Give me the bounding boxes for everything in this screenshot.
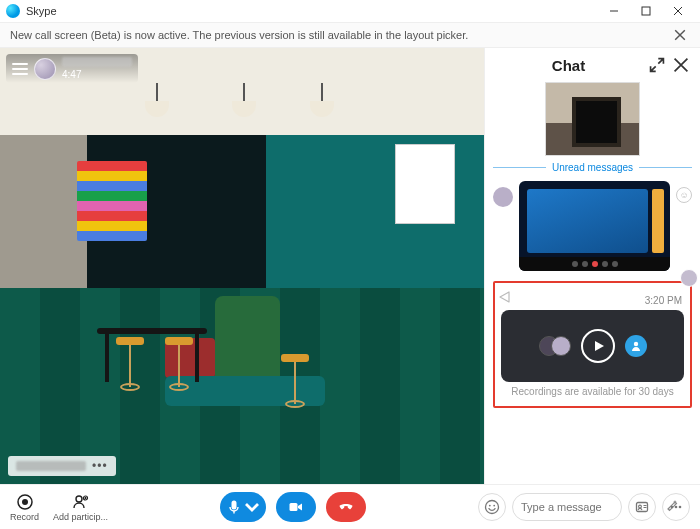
self-preview-bar: ••• bbox=[8, 456, 116, 476]
message-field[interactable] bbox=[512, 493, 622, 521]
svg-point-11 bbox=[639, 505, 642, 508]
shared-image-thumbnail[interactable] bbox=[545, 82, 640, 156]
main-area: 4:47 ••• Chat Unread messages bbox=[0, 48, 700, 484]
left-actions: Record Add particip... bbox=[10, 493, 108, 522]
record-button[interactable]: Record bbox=[10, 493, 39, 522]
recording-message-highlight: 3:20 PM Recordings are available for 30 … bbox=[493, 281, 692, 408]
play-button[interactable] bbox=[581, 329, 615, 363]
add-participant-icon bbox=[72, 493, 90, 511]
recording-owner-icon bbox=[625, 335, 647, 357]
unread-label: Unread messages bbox=[552, 162, 633, 173]
titlebar: Skype bbox=[0, 0, 700, 22]
emoji-button[interactable] bbox=[478, 493, 506, 521]
call-duration: 4:47 bbox=[62, 69, 132, 80]
svg-point-13 bbox=[675, 506, 678, 509]
composer bbox=[478, 493, 690, 521]
participant-name bbox=[62, 57, 132, 67]
contact-card-button[interactable] bbox=[628, 493, 656, 521]
svg-point-9 bbox=[493, 505, 495, 507]
add-participant-button[interactable]: Add particip... bbox=[53, 493, 108, 522]
svg-point-8 bbox=[489, 505, 491, 507]
svg-point-7 bbox=[486, 501, 499, 514]
react-button[interactable]: ☺ bbox=[676, 187, 692, 203]
chat-panel: Chat Unread messages ☺ bbox=[484, 48, 700, 484]
window-maximize-button[interactable] bbox=[630, 0, 662, 22]
video-background bbox=[0, 48, 484, 484]
expand-icon[interactable] bbox=[648, 56, 666, 74]
svg-point-12 bbox=[671, 506, 674, 509]
call-header-overlay: 4:47 bbox=[6, 54, 138, 83]
menu-icon[interactable] bbox=[12, 63, 28, 75]
recording-note: Recordings are available for 30 days bbox=[501, 386, 684, 398]
call-controls bbox=[114, 492, 472, 522]
chevron-down-icon bbox=[244, 499, 260, 515]
shared-screen-thumbnail[interactable] bbox=[519, 181, 670, 271]
svg-point-3 bbox=[22, 499, 28, 505]
recording-timestamp: 3:20 PM bbox=[645, 295, 682, 306]
end-call-button[interactable] bbox=[326, 492, 366, 522]
svg-rect-0 bbox=[642, 7, 650, 15]
self-name bbox=[16, 461, 86, 471]
app-title: Skype bbox=[26, 5, 598, 17]
window-minimize-button[interactable] bbox=[598, 0, 630, 22]
message-avatar[interactable] bbox=[493, 187, 513, 207]
svg-point-14 bbox=[679, 506, 682, 509]
banner-close-button[interactable] bbox=[670, 25, 690, 45]
svg-point-1 bbox=[633, 342, 637, 346]
unread-divider: Unread messages bbox=[493, 162, 692, 173]
svg-rect-6 bbox=[290, 503, 298, 511]
call-video: 4:47 ••• bbox=[0, 48, 484, 484]
record-icon bbox=[16, 493, 34, 511]
video-toggle-button[interactable] bbox=[276, 492, 316, 522]
svg-point-4 bbox=[76, 496, 82, 502]
bottom-bar: Record Add particip... bbox=[0, 484, 700, 529]
more-button[interactable] bbox=[662, 493, 690, 521]
chat-close-button[interactable] bbox=[672, 56, 690, 74]
recording-participants-icon bbox=[539, 336, 571, 356]
add-participant-label: Add particip... bbox=[53, 512, 108, 522]
skype-icon bbox=[6, 4, 20, 18]
recording-sender-avatar[interactable] bbox=[680, 269, 698, 287]
chat-title: Chat bbox=[495, 57, 642, 74]
recording-card[interactable] bbox=[501, 310, 684, 382]
banner-message: New call screen (Beta) is now active. Th… bbox=[10, 29, 670, 41]
chat-message: ☺ bbox=[493, 181, 692, 271]
mute-button[interactable] bbox=[220, 492, 266, 522]
record-label: Record bbox=[10, 512, 39, 522]
window-close-button[interactable] bbox=[662, 0, 694, 22]
chat-body: Unread messages ☺ 3:20 PM bbox=[485, 82, 700, 484]
forward-icon[interactable] bbox=[499, 289, 511, 307]
chat-header: Chat bbox=[485, 48, 700, 82]
info-banner: New call screen (Beta) is now active. Th… bbox=[0, 22, 700, 48]
self-more-button[interactable]: ••• bbox=[92, 459, 108, 473]
participant-avatar[interactable] bbox=[34, 58, 56, 80]
